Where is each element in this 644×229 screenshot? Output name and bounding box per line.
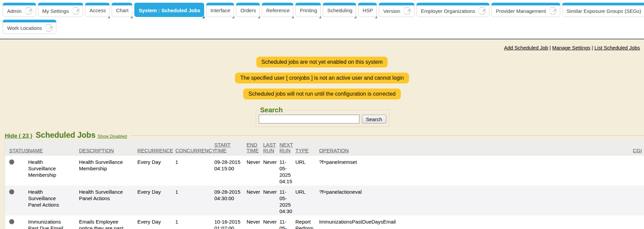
alert-jobs-not-enabled: Scheduled jobs are not yet enabled on th…	[256, 57, 388, 68]
dropdown-corner-icon	[108, 16, 110, 18]
popout-icon[interactable]: ↗	[25, 7, 32, 15]
link-separator: |	[592, 45, 593, 51]
tab-orders[interactable]: Orders	[236, 3, 260, 17]
job-next-run: 11-05-2025	[279, 215, 295, 229]
tab-accent-strip	[416, 3, 489, 5]
list-scheduled-jobs-link[interactable]: List Scheduled Jobs	[594, 45, 640, 51]
dropdown-corner-icon	[319, 16, 321, 18]
show-disabled-link[interactable]: Show Disabled	[98, 134, 127, 139]
sort-concurrency[interactable]: CONCURRENCY	[175, 148, 215, 153]
tab-accent-strip	[323, 3, 356, 5]
tab-accent-strip	[112, 3, 132, 5]
popout-icon[interactable]: ↗	[72, 7, 79, 15]
legend-divider-line	[130, 135, 644, 136]
tab-hsp[interactable]: HSP	[358, 3, 377, 17]
tab-admin[interactable]: Admin ↗	[3, 3, 36, 17]
tab-label: Orders	[240, 7, 256, 13]
popout-icon[interactable]: ↗	[549, 7, 557, 15]
tab-label: Provider Management	[496, 8, 546, 14]
tab-system-scheduled-jobs[interactable]: System : Scheduled Jobs	[134, 3, 204, 17]
jobs-title: Scheduled Jobs	[36, 131, 95, 140]
job-next-run: 11-05-2025 04:15	[279, 156, 295, 186]
alert-config-warning: Scheduled jobs will not run until the co…	[243, 89, 401, 99]
tab-accent-strip	[358, 3, 377, 5]
content-area: Add Scheduled Job|Manage Settings|List S…	[0, 39, 644, 229]
tab-label: Similar Exposure Groups (SEGs)	[567, 8, 641, 14]
sort-name[interactable]: NAME	[28, 148, 43, 153]
tab-label: Scheduling	[327, 7, 352, 13]
alert-user-inactive: The specified user [ cronjobs ] is not a…	[235, 73, 409, 83]
tab-label: Printing	[300, 7, 317, 13]
table-header-row: STATUS NAME DESCRIPTION RECURRENCE CONCU…	[5, 140, 644, 156]
link-separator: |	[549, 45, 551, 51]
job-recurrence: Every Day	[137, 186, 175, 215]
job-cgi	[633, 156, 644, 186]
sort-description[interactable]: DESCRIPTION	[79, 148, 114, 153]
job-recurrence: Every Day	[137, 215, 175, 229]
job-operation: ?f=panelmemset	[319, 156, 633, 186]
tab-printing[interactable]: Printing	[295, 3, 321, 17]
tab-accent-strip	[262, 3, 293, 5]
tab-label: Reference	[266, 7, 290, 13]
job-concurrency: 1	[175, 156, 214, 186]
tab-employer-organizations[interactable]: Employer Organizations ↗	[416, 3, 489, 17]
job-concurrency: 1	[175, 215, 214, 229]
hide-link[interactable]: Hide ( 23 )	[5, 133, 32, 139]
manage-settings-link[interactable]: Manage Settings	[552, 45, 590, 51]
sort-cgi[interactable]: CGI	[633, 148, 642, 153]
search-button[interactable]: Search	[362, 115, 386, 123]
job-description: Emails Employee notice they are past due…	[79, 215, 137, 229]
table-row: Health Surveillance Panel Actions Health…	[5, 186, 644, 215]
job-description: Health Surveillance Panel Actions	[79, 186, 137, 215]
popout-icon[interactable]: ↗	[403, 7, 411, 15]
dropdown-corner-icon	[354, 16, 356, 18]
sort-status[interactable]: STATUS	[9, 148, 28, 153]
tab-provider-management[interactable]: Provider Management ↗	[491, 3, 560, 17]
tab-label: Interface	[211, 7, 230, 13]
tab-accent-strip	[3, 20, 56, 22]
dropdown-corner-icon	[202, 16, 204, 18]
tab-work-locations[interactable]: Work Locations ↗	[3, 20, 56, 34]
sort-end-time[interactable]: END TIME	[247, 142, 259, 153]
add-scheduled-job-link[interactable]: Add Scheduled Job	[504, 45, 548, 51]
tab-access[interactable]: Access	[85, 3, 110, 17]
tab-accent-strip	[562, 3, 644, 5]
dropdown-corner-icon	[232, 16, 234, 18]
tab-similar-exposure-groups[interactable]: Similar Exposure Groups (SEGs) ↗	[562, 3, 644, 17]
dropdown-corner-icon	[291, 16, 294, 18]
sort-operation[interactable]: OPERATION	[319, 148, 349, 153]
job-cgi	[633, 215, 644, 229]
job-end-time: Never	[247, 215, 263, 229]
job-end-time: Never	[247, 156, 263, 186]
search-input[interactable]	[259, 115, 359, 123]
tab-version[interactable]: Version ↗	[379, 3, 414, 17]
tab-interface[interactable]: Interface	[206, 3, 234, 17]
job-recurrence: Every Day	[137, 156, 175, 186]
job-start-time: 09-28-2015 04:15:00	[214, 156, 247, 186]
job-operation: ImmunizationsPastDueDaysEmail	[319, 215, 633, 229]
tab-chart[interactable]: Chart	[112, 3, 132, 17]
tab-my-settings[interactable]: My Settings ↗	[38, 3, 83, 17]
tab-accent-strip	[295, 3, 321, 5]
popout-icon[interactable]: ↗	[45, 24, 53, 32]
dropdown-corner-icon	[130, 16, 133, 18]
scheduled-jobs-table: STATUS NAME DESCRIPTION RECURRENCE CONCU…	[5, 140, 644, 229]
tab-label: Admin	[7, 8, 22, 14]
tab-reference[interactable]: Reference	[262, 3, 293, 17]
table-row: Health Surveillance Membership Health Su…	[5, 156, 644, 186]
sort-recurrence[interactable]: RECURRENCE	[137, 148, 173, 153]
sort-last-run[interactable]: LAST RUN	[263, 142, 276, 153]
job-operation: ?f=panelactioneval	[319, 186, 633, 215]
job-concurrency: 1	[175, 186, 214, 215]
sort-next-run[interactable]: NEXT RUN	[279, 142, 293, 153]
popout-icon[interactable]: ↗	[478, 7, 486, 15]
sort-start-time[interactable]: START TIME	[214, 142, 231, 153]
job-type: Report Perform	[295, 215, 319, 229]
tab-scheduling[interactable]: Scheduling	[323, 3, 356, 17]
status-indicator-icon	[9, 189, 14, 194]
tab-label: Version	[383, 8, 400, 14]
search-fieldset: Search Search	[256, 106, 389, 127]
tab-label: System : Scheduled Jobs	[139, 7, 200, 13]
job-cgi	[633, 186, 644, 215]
sort-type[interactable]: TYPE	[295, 148, 309, 153]
